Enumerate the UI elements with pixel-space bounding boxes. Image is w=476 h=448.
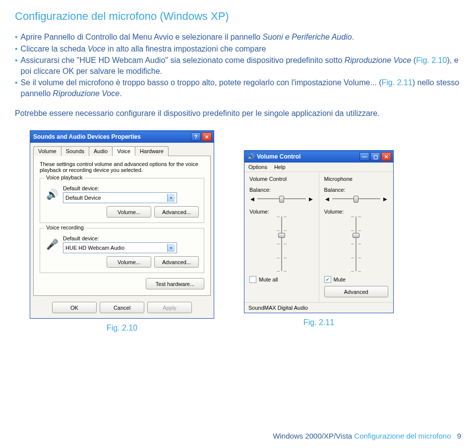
window-title: Volume Control xyxy=(257,153,300,160)
bullet-icon: • xyxy=(15,77,18,88)
balance-slider[interactable]: ◀ ▶ xyxy=(249,195,314,203)
speaker-right-icon: ▶ xyxy=(382,196,388,202)
mute-label: Mute xyxy=(334,277,346,282)
volume-label: Volume: xyxy=(324,209,389,215)
mute-checkbox[interactable]: ✔ xyxy=(324,276,331,283)
column-title: Microphone xyxy=(324,176,389,182)
tab-strip: Volume Sounds Audio Voice Hardware xyxy=(30,143,214,156)
status-bar: SoundMAX Digital Audio xyxy=(244,302,393,313)
menu-options[interactable]: Options xyxy=(248,164,267,170)
balance-label: Balance: xyxy=(249,187,314,193)
tab-voice[interactable]: Voice xyxy=(112,146,135,156)
chevron-down-icon: ▾ xyxy=(167,194,175,202)
tab-hardware[interactable]: Hardware xyxy=(135,146,169,156)
tab-audio[interactable]: Audio xyxy=(89,146,113,156)
column-title: Volume Control xyxy=(249,176,314,182)
tab-sounds[interactable]: Sounds xyxy=(61,146,89,156)
speaker-left-icon: ◀ xyxy=(324,196,330,202)
bullet-icon: • xyxy=(15,44,18,55)
bullet-4: Se il volume del microfono è troppo bass… xyxy=(21,77,461,99)
figure-caption: Fig. 2.11 xyxy=(303,318,334,327)
window-title: Sounds and Audio Devices Properties xyxy=(33,133,141,140)
maximize-button[interactable]: ▢ xyxy=(370,152,380,161)
tab-description: These settings control volume and advanc… xyxy=(40,161,204,173)
cancel-button[interactable]: Cancel xyxy=(100,302,144,313)
bullet-1: Aprire Pannello di Controllo dal Menu Av… xyxy=(21,32,354,43)
bullet-2: Cliccare la scheda Voce in alto alla fin… xyxy=(21,44,266,55)
volume-label: Volume: xyxy=(249,209,314,215)
close-button[interactable]: ✕ xyxy=(381,152,391,161)
titlebar[interactable]: Sounds and Audio Devices Properties ? ✕ xyxy=(30,131,214,143)
titlebar[interactable]: 🔊 Volume Control — ▢ ✕ xyxy=(244,151,393,163)
bullet-icon: • xyxy=(15,32,18,43)
microphone-column: Microphone Balance: ◀ ▶ Volume: xyxy=(319,172,394,302)
app-icon: 🔊 xyxy=(247,153,255,160)
voice-playback-group: Voice playback 🔊 Default device: Default… xyxy=(40,178,204,223)
mute-all-checkbox[interactable] xyxy=(249,276,256,283)
volume-slider[interactable] xyxy=(324,217,389,271)
menu-help[interactable]: Help xyxy=(274,164,286,170)
page-heading: Configurazione del microfono (Windows XP… xyxy=(15,10,461,23)
playback-advanced-button[interactable]: Advanced... xyxy=(154,206,199,218)
balance-label: Balance: xyxy=(324,187,389,193)
speaker-right-icon: ▶ xyxy=(308,196,314,202)
mute-all-label: Mute all xyxy=(259,277,278,282)
playback-device-select[interactable]: Default Device ▾ xyxy=(63,192,177,203)
page-footer: Windows 2000/XP/Vista Configurazione del… xyxy=(273,432,461,440)
minimize-button[interactable]: — xyxy=(359,152,369,161)
default-device-label: Default device: xyxy=(63,185,199,191)
close-button[interactable]: ✕ xyxy=(202,132,212,141)
voice-recording-group: Voice recording 🎤 Default device: HUE HD… xyxy=(40,228,204,273)
volume-control-window: 🔊 Volume Control — ▢ ✕ Options Help Vol xyxy=(244,150,394,313)
speaker-left-icon: ◀ xyxy=(249,196,255,202)
chevron-down-icon: ▾ xyxy=(167,244,175,252)
volume-slider[interactable] xyxy=(249,217,314,271)
recording-volume-button[interactable]: Volume... xyxy=(107,256,151,268)
bullet-icon: • xyxy=(15,55,18,66)
final-paragraph: Potrebbe essere necessario configurare i… xyxy=(15,108,461,119)
speaker-icon: 🔊 xyxy=(45,187,59,201)
group-title: Voice recording xyxy=(44,224,86,230)
volume-control-column: Volume Control Balance: ◀ ▶ Volume: xyxy=(244,172,319,302)
tab-volume[interactable]: Volume xyxy=(33,146,61,156)
apply-button[interactable]: Apply xyxy=(147,302,192,313)
test-hardware-button[interactable]: Test hardware... xyxy=(146,278,204,289)
recording-device-select[interactable]: HUE HD Webcam Audio ▾ xyxy=(63,242,177,253)
default-device-label: Default device: xyxy=(63,235,199,241)
bullet-3: Assicurarsi che "HUE HD Webcam Audio" si… xyxy=(21,55,461,76)
group-title: Voice playback xyxy=(44,174,84,180)
playback-volume-button[interactable]: Volume... xyxy=(107,206,151,218)
recording-advanced-button[interactable]: Advanced... xyxy=(154,256,199,268)
help-button[interactable]: ? xyxy=(191,132,201,141)
sound-devices-properties-window: Sounds and Audio Devices Properties ? ✕ … xyxy=(30,130,214,319)
balance-slider[interactable]: ◀ ▶ xyxy=(324,195,389,203)
microphone-icon: 🎤 xyxy=(45,237,59,251)
figure-caption: Fig. 2.10 xyxy=(107,324,137,333)
mic-advanced-button[interactable]: Advanced xyxy=(324,286,389,297)
ok-button[interactable]: OK xyxy=(52,302,97,313)
